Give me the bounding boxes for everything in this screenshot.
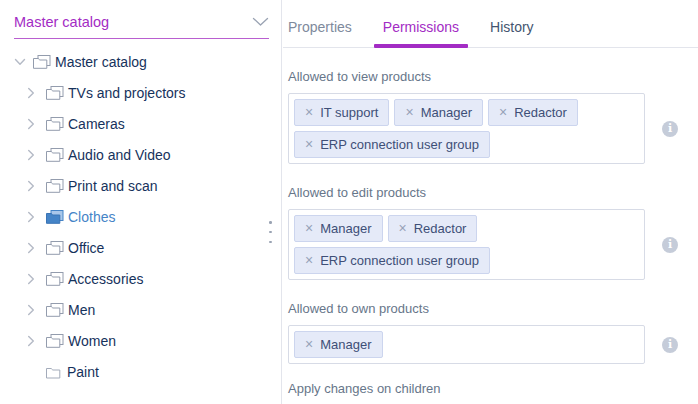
tab-permissions[interactable]: Permissions xyxy=(374,19,468,47)
tree-item-label: Print and scan xyxy=(67,178,158,194)
tree-item-label: Master catalog xyxy=(54,54,147,70)
allowed-to-view-products-row: ×IT support×Manager×Redactor×ERP connect… xyxy=(288,93,698,164)
allowed-to-own-products-row: ×Manageri xyxy=(288,325,698,364)
allowed-to-edit-products-label: Allowed to edit products xyxy=(288,185,698,200)
tag-manager: ×Manager xyxy=(294,331,383,358)
tree-item-cameras[interactable]: Cameras xyxy=(0,108,281,139)
tag-label: Manager xyxy=(320,337,371,352)
tag-label: IT support xyxy=(320,105,378,120)
chevron-right-icon[interactable] xyxy=(27,180,40,192)
folder-icon xyxy=(46,365,63,379)
chevron-right-icon[interactable] xyxy=(27,273,40,285)
tree-item-label: Office xyxy=(67,240,104,256)
tag-label: ERP connection user group xyxy=(320,137,479,152)
chevron-down-icon[interactable] xyxy=(14,58,27,66)
tree-item-label: Clothes xyxy=(67,209,115,225)
folder-icon xyxy=(46,210,64,224)
tag-manager: ×Manager xyxy=(394,99,483,126)
remove-tag-icon[interactable]: × xyxy=(305,253,313,268)
allowed-to-own-products-label: Allowed to own products xyxy=(288,301,698,316)
tag-label: Redactor xyxy=(414,221,467,236)
chevron-right-icon[interactable] xyxy=(27,335,40,347)
folder-icon xyxy=(46,148,64,162)
tag-label: Manager xyxy=(421,105,472,120)
category-tree: Master catalogTVs and projectorsCamerasA… xyxy=(0,46,281,387)
folder-icon xyxy=(46,86,64,100)
remove-tag-icon[interactable]: × xyxy=(499,105,507,120)
category-tree-panel: Master catalog Master catalogTVs and pro… xyxy=(0,0,282,404)
chevron-down-icon xyxy=(252,13,269,31)
folder-icon xyxy=(46,303,64,317)
tree-item-office[interactable]: Office xyxy=(0,232,281,263)
allowed-to-edit-products-row: ×Manager×Redactor×ERP connection user gr… xyxy=(288,209,698,280)
allowed-to-view-products-input[interactable]: ×IT support×Manager×Redactor×ERP connect… xyxy=(288,93,645,164)
allowed-to-edit-products-input[interactable]: ×Manager×Redactor×ERP connection user gr… xyxy=(288,209,645,280)
folder-icon xyxy=(46,272,64,286)
tab-history[interactable]: History xyxy=(481,19,543,47)
tree-item-label: Women xyxy=(67,333,116,349)
tree-item-master-catalog[interactable]: Master catalog xyxy=(0,46,281,77)
tree-item-label: Cameras xyxy=(67,116,125,132)
chevron-right-icon[interactable] xyxy=(27,118,40,130)
tag-label: Redactor xyxy=(514,105,567,120)
tree-item-label: Audio and Video xyxy=(67,147,171,163)
info-icon[interactable]: i xyxy=(662,337,678,353)
remove-tag-icon[interactable]: × xyxy=(305,137,313,152)
tag-manager: ×Manager xyxy=(294,215,383,242)
permission-sections: Allowed to view products×IT support×Mana… xyxy=(288,69,698,364)
chevron-right-icon[interactable] xyxy=(27,242,40,254)
allowed-to-own-products-input[interactable]: ×Manager xyxy=(288,325,645,364)
tree-item-label: Accessories xyxy=(67,271,143,287)
folder-icon xyxy=(33,55,51,69)
tree-item-label: Paint xyxy=(66,364,99,380)
tree-item-paint[interactable]: Paint xyxy=(0,356,281,387)
remove-tag-icon[interactable]: × xyxy=(405,105,413,120)
chevron-right-icon[interactable] xyxy=(27,211,40,223)
allowed-to-view-products-label: Allowed to view products xyxy=(288,69,698,84)
tag-redactor: ×Redactor xyxy=(488,99,578,126)
chevron-right-icon[interactable] xyxy=(27,87,40,99)
folder-icon xyxy=(46,241,64,255)
chevron-right-icon[interactable] xyxy=(27,304,40,316)
tree-item-clothes[interactable]: Clothes xyxy=(0,201,281,232)
category-detail-panel: PropertiesPermissionsHistory Allowed to … xyxy=(283,0,698,404)
folder-icon xyxy=(46,334,64,348)
panel-resize-handle[interactable] xyxy=(269,221,273,243)
tree-item-men[interactable]: Men xyxy=(0,294,281,325)
info-icon[interactable]: i xyxy=(662,121,678,137)
tree-item-label: Men xyxy=(67,302,95,318)
tab-properties[interactable]: Properties xyxy=(288,19,361,47)
tree-item-accessories[interactable]: Accessories xyxy=(0,263,281,294)
tag-it-support: ×IT support xyxy=(294,99,389,126)
tree-selector-value: Master catalog xyxy=(14,14,109,30)
apply-changes-label: Apply changes on children xyxy=(288,381,698,396)
remove-tag-icon[interactable]: × xyxy=(399,221,407,236)
tree-item-tvs-and-projectors[interactable]: TVs and projectors xyxy=(0,77,281,108)
remove-tag-icon[interactable]: × xyxy=(305,105,313,120)
tag-erp-connection-user-group: ×ERP connection user group xyxy=(294,247,490,274)
folder-icon xyxy=(46,117,64,131)
permissions-content: Allowed to view products×IT support×Mana… xyxy=(283,69,698,404)
category-settings-page: Master catalog Master catalogTVs and pro… xyxy=(0,0,698,404)
remove-tag-icon[interactable]: × xyxy=(305,221,313,236)
tag-label: ERP connection user group xyxy=(320,253,479,268)
tree-item-women[interactable]: Women xyxy=(0,325,281,356)
tag-redactor: ×Redactor xyxy=(388,215,478,242)
tree-selector[interactable]: Master catalog xyxy=(14,13,269,39)
tree-item-label: TVs and projectors xyxy=(67,85,186,101)
tag-erp-connection-user-group: ×ERP connection user group xyxy=(294,131,490,158)
tag-label: Manager xyxy=(320,221,371,236)
tab-bar: PropertiesPermissionsHistory xyxy=(283,0,698,48)
tree-item-print-and-scan[interactable]: Print and scan xyxy=(0,170,281,201)
chevron-right-icon[interactable] xyxy=(27,149,40,161)
info-icon[interactable]: i xyxy=(662,237,678,253)
remove-tag-icon[interactable]: × xyxy=(305,337,313,352)
tree-item-audio-and-video[interactable]: Audio and Video xyxy=(0,139,281,170)
folder-icon xyxy=(46,179,64,193)
